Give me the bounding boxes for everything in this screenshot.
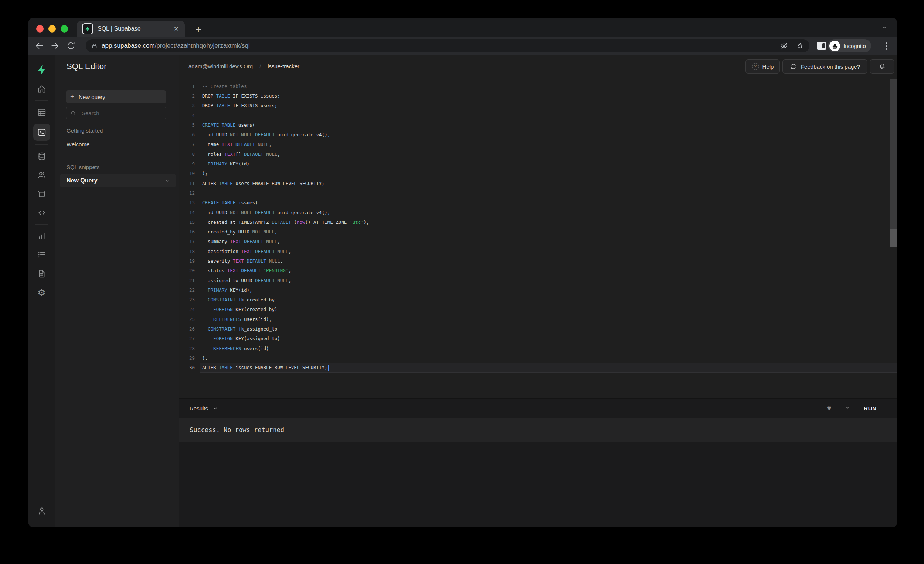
nav-item-docs[interactable] [34,266,49,281]
code-line-4[interactable]: 4 [179,111,897,120]
code-line-19[interactable]: 19 severity TEXT DEFAULT NULL, [179,256,897,266]
notifications-button[interactable] [870,60,894,73]
tab-search-chevron-icon[interactable] [882,24,887,30]
help-button[interactable]: ? Help [746,60,780,73]
nav-item-database[interactable] [34,149,49,164]
window-minimize-button[interactable] [48,25,56,33]
code-line-12[interactable]: 12 [179,188,897,197]
line-number: 25 [179,317,195,322]
user-icon[interactable] [34,503,49,518]
sql-code-editor[interactable]: 1-- Create tables2DROP TABLE IF EXISTS i… [179,78,897,399]
section-label: Getting started [66,127,179,134]
search-input[interactable] [81,110,162,117]
supabase-logo-icon[interactable] [36,64,47,75]
code-line-26[interactable]: 26 CONSTRAINT fk_assigned_to [179,324,897,334]
code-line-24[interactable]: 24 FOREIGN KEY(created_by) [179,305,897,314]
storage-icon [37,189,46,199]
nav-item-reports[interactable] [34,229,49,244]
code-line-15[interactable]: 15 created_at TIMESTAMPTZ DEFAULT (now()… [179,217,897,227]
bookmark-star-icon[interactable] [796,42,804,50]
back-icon[interactable] [34,41,44,51]
nav-item-sql-editor[interactable] [33,124,50,141]
text-cursor [328,365,328,371]
run-options-chevron-icon[interactable] [844,404,850,410]
breadcrumb-project[interactable]: issue-tracker [268,63,299,69]
forward-icon[interactable] [50,41,60,51]
new-tab-button[interactable]: + [192,23,205,36]
nav-item-table-editor[interactable] [34,105,49,120]
browser-toolbar: app.supabase.com/project/azahtnhqohyjerz… [28,37,897,55]
code-line-6[interactable]: 6 id UUID NOT NULL DEFAULT uuid_generate… [179,130,897,139]
heart-icon[interactable]: ♥ [827,403,831,413]
results-dropdown[interactable]: Results [190,399,218,418]
code-line-28[interactable]: 28 REFERENCES users(id) [179,344,897,353]
code-text: severity TEXT DEFAULT NULL, [202,258,283,264]
code-line-16[interactable]: 16 created_by UUID NOT NULL, [179,227,897,236]
code-line-20[interactable]: 20 status TEXT DEFAULT 'PENDING', [179,266,897,275]
code-line-27[interactable]: 27 FOREIGN KEY(assigned_to) [179,334,897,344]
nav-rail: ⚙ [28,55,55,527]
code-text: CREATE TABLE users( [202,122,255,128]
line-number: 3 [179,103,195,108]
code-line-7[interactable]: 7 name TEXT DEFAULT NULL, [179,140,897,149]
eye-off-icon[interactable] [780,42,788,50]
kebab-menu-icon[interactable] [885,42,888,51]
new-query-button[interactable]: + New query [66,90,166,103]
side-panel-icon[interactable] [817,42,826,50]
code-line-21[interactable]: 21 assigned_to UUID DEFAULT NULL, [179,275,897,285]
tab-close-icon[interactable]: ✕ [173,25,180,33]
code-line-8[interactable]: 8 roles TEXT[] DEFAULT NULL, [179,149,897,159]
sidebar-item-welcome[interactable]: Welcome [60,138,176,151]
nav-item-auth[interactable] [34,168,49,183]
code-line-18[interactable]: 18 description TEXT DEFAULT NULL, [179,246,897,256]
browser-tab[interactable]: SQL | Supabase ✕ [77,21,185,37]
code-line-11[interactable]: 11ALTER TABLE users ENABLE ROW LEVEL SEC… [179,178,897,188]
code-line-17[interactable]: 17 summary TEXT DEFAULT NULL, [179,237,897,246]
bell-icon [879,63,886,70]
page-title: SQL Editor [66,62,107,71]
code-line-29[interactable]: 29); [179,353,897,363]
nav-item-home[interactable] [34,82,49,96]
nav-item-functions[interactable] [34,205,49,220]
window-close-button[interactable] [36,25,44,33]
line-number: 13 [179,200,195,205]
run-button[interactable]: RUN [864,399,877,418]
code-line-30[interactable]: 30ALTER TABLE issues ENABLE ROW LEVEL SE… [179,363,897,373]
reload-icon[interactable] [66,41,76,51]
code-text: ); [202,355,208,361]
new-query-button-label: New query [79,94,105,100]
sidebar-item-new-query[interactable]: New Query [60,174,176,187]
code-line-1[interactable]: 1-- Create tables [179,81,897,91]
desktop: { "colors": { "brand_green": "#3ecf8e", … [0,0,924,564]
nav-item-storage[interactable] [34,187,49,201]
code-line-2[interactable]: 2DROP TABLE IF EXISTS issues; [179,91,897,100]
breadcrumb-org[interactable]: adam@windmill.dev's Org [189,63,253,69]
code-line-23[interactable]: 23 CONSTRAINT fk_created_by [179,295,897,305]
nav-item-logs[interactable] [34,247,49,262]
code-line-3[interactable]: 3DROP TABLE IF EXISTS users; [179,101,897,111]
code-line-13[interactable]: 13CREATE TABLE issues( [179,198,897,208]
side-panel-slot [822,43,825,48]
feedback-button[interactable]: Feedback on this page? [783,60,867,73]
code-icon [37,208,46,218]
code-text: assigned_to UUID DEFAULT NULL, [202,278,291,283]
rail-divider [35,224,48,224]
address-bar[interactable]: app.supabase.com/project/azahtnhqohyjerz… [86,39,809,52]
code-text: description TEXT DEFAULT NULL, [202,248,291,254]
window-maximize-button[interactable] [61,25,68,33]
code-line-22[interactable]: 22 PRIMARY KEY(id), [179,285,897,295]
database-icon [37,151,46,161]
code-line-9[interactable]: 9 PRIMARY KEY(id) [179,159,897,168]
editor-scrollbar-thumb[interactable] [890,229,897,247]
editor-scrollbar[interactable] [890,79,897,247]
code-line-14[interactable]: 14 id UUID NOT NULL DEFAULT uuid_generat… [179,208,897,217]
nav-item-settings[interactable]: ⚙ [34,285,49,300]
line-number: 5 [179,122,195,128]
document-icon [37,269,46,278]
incognito-badge: Incognito [828,39,871,52]
code-line-25[interactable]: 25 REFERENCES users(id), [179,314,897,324]
code-line-10[interactable]: 10); [179,169,897,178]
results-panel-empty [179,442,897,527]
code-line-5[interactable]: 5CREATE TABLE users( [179,120,897,130]
line-number: 4 [179,113,195,118]
